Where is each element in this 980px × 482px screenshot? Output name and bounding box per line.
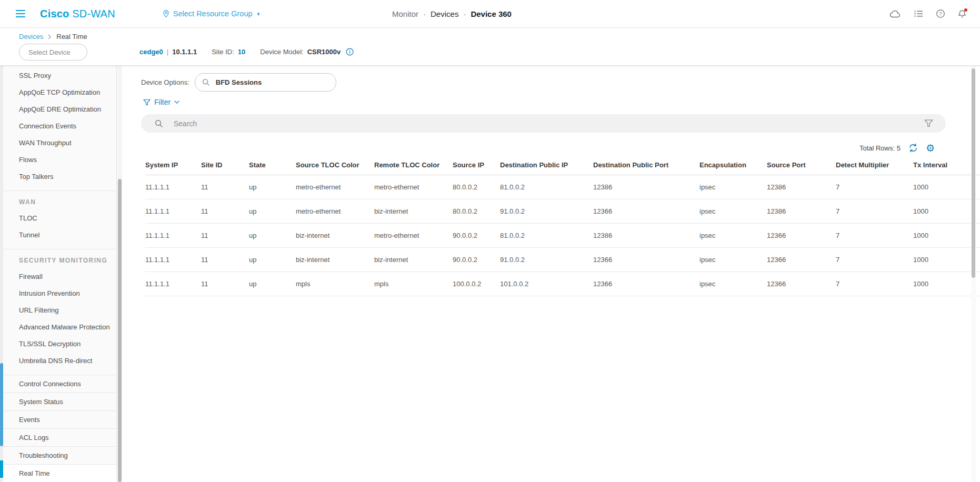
hamburger-menu-icon[interactable] (16, 10, 25, 18)
table-search-input[interactable] (173, 119, 924, 128)
cell: up (249, 199, 296, 224)
cell: ipsec (699, 272, 767, 296)
table-row[interactable]: 11.1.1.111upmplsmpls100.0.0.2101.0.0.212… (145, 272, 980, 296)
breadcrumb-item-devices[interactable]: Devices (431, 9, 458, 18)
table-row[interactable]: 11.1.1.111upmetro-ethernetbiz-internet80… (145, 199, 980, 224)
sidebar-item-wan-throughput[interactable]: WAN Throughput (0, 135, 116, 152)
breadcrumb-devices-link[interactable]: Devices (19, 33, 43, 41)
cell: up (249, 175, 296, 199)
main-content: Device Options: Filter Total Rows: 5 (123, 65, 980, 482)
device-options-combobox[interactable] (195, 73, 336, 92)
cell: biz-internet (296, 224, 374, 248)
resource-group-selector[interactable]: Select Resource Group ▼ (163, 9, 261, 18)
column-header-system-ip[interactable]: System IP (145, 158, 201, 175)
table-header-row: System IPSite IDStateSource TLOC ColorRe… (145, 158, 980, 175)
notifications-bell-icon[interactable] (958, 9, 966, 18)
sidebar-item-flows[interactable]: Flows (0, 152, 116, 168)
sidebar-section: Control ConnectionsSystem StatusEventsAC… (0, 375, 116, 482)
search-filter-icon[interactable] (924, 119, 933, 127)
column-header-state[interactable]: State (249, 158, 296, 175)
cell: 11 (201, 199, 249, 224)
settings-gear-icon[interactable]: ⚙ (926, 143, 935, 153)
column-header-remote-tloc-color[interactable]: Remote TLOC Color (374, 158, 453, 175)
page-scrollbar-thumb[interactable] (972, 68, 975, 278)
sidebar-item-system-status[interactable]: System Status (0, 393, 116, 410)
cell: 11 (201, 272, 249, 296)
site-id-value[interactable]: 10 (238, 48, 245, 56)
device-name-link[interactable]: cedge0 (139, 48, 163, 56)
sidebar-item-acl-logs[interactable]: ACL Logs (0, 428, 116, 446)
column-header-destination-public-port[interactable]: Destination Public Port (593, 158, 699, 175)
sidebar-item-ssl-proxy[interactable]: SSL Proxy (0, 67, 116, 84)
cell: 7 (836, 248, 913, 272)
location-pin-icon (163, 9, 169, 18)
cell: 7 (836, 272, 913, 296)
cell: mpls (374, 272, 453, 296)
column-header-site-id[interactable]: Site ID (201, 158, 249, 175)
sidebar-item-tls-ssl-decryption[interactable]: TLS/SSL Decryption (0, 336, 116, 353)
table-row[interactable]: 11.1.1.111upbiz-internetbiz-internet90.0… (145, 248, 980, 272)
sidebar-item-intrusion-prevention[interactable]: Intrusion Prevention (0, 285, 116, 302)
total-rows-label: Total Rows: 5 (859, 144, 901, 152)
column-header-source-port[interactable]: Source Port (767, 158, 836, 175)
cell: 90.0.0.2 (453, 248, 500, 272)
device-separator: | (167, 48, 168, 56)
select-device-input[interactable] (27, 48, 82, 57)
cell: 12366 (767, 224, 836, 248)
sidebar-item-tloc[interactable]: TLOC (0, 210, 116, 227)
column-header-source-tloc-color[interactable]: Source TLOC Color (296, 158, 374, 175)
breadcrumb-separator: · (423, 9, 426, 18)
sidebar-item-firewall[interactable]: Firewall (0, 268, 116, 285)
cell: 11 (201, 224, 249, 248)
column-header-encapsulation[interactable]: Encapsulation (699, 158, 767, 175)
column-header-detect-multiplier[interactable]: Detect Multiplier (836, 158, 913, 175)
select-device-combobox[interactable] (19, 44, 87, 61)
page-breadcrumb: Devices Real Time (19, 33, 87, 41)
sidebar-item-advanced-malware-protection[interactable]: Advanced Malware Protection (0, 319, 116, 336)
table-row[interactable]: 11.1.1.111upbiz-internetmetro-ethernet90… (145, 224, 980, 248)
brand-rest: SD-WAN (72, 8, 115, 19)
sidebar-item-umbrella-dns-re-direct[interactable]: Umbrella DNS Re-direct (0, 353, 116, 369)
column-header-source-ip[interactable]: Source IP (453, 158, 500, 175)
sidebar-section-header: SECURITY MONITORING (0, 253, 116, 268)
sidebar-item-tunnel[interactable]: Tunnel (0, 227, 116, 244)
table-search-bar[interactable] (141, 114, 946, 133)
sidebar-item-troubleshooting[interactable]: Troubleshooting (0, 446, 116, 464)
sidebar-item-connection-events[interactable]: Connection Events (0, 118, 116, 135)
sidebar-scrollbar-thumb[interactable] (118, 179, 122, 482)
sidebar-item-top-talkers[interactable]: Top Talkers (0, 168, 116, 185)
table-body: 11.1.1.111upmetro-ethernetmetro-ethernet… (145, 175, 980, 296)
breadcrumb-item-device-360[interactable]: Device 360 (471, 9, 512, 18)
device-options-input[interactable] (215, 78, 327, 87)
sidebar-item-control-connections[interactable]: Control Connections (0, 375, 116, 393)
sidebar-left-scroll-thumb[interactable] (0, 363, 3, 446)
refresh-icon[interactable] (908, 143, 918, 153)
info-icon[interactable] (346, 48, 354, 56)
sidebar-section: SSL ProxyAppQoE TCP OptimizationAppQoE D… (0, 65, 116, 187)
sidebar-section: SECURITY MONITORINGFirewallIntrusion Pre… (0, 249, 116, 371)
site-id-label: Site ID: (212, 48, 234, 56)
cell: mpls (296, 272, 374, 296)
cell: 12386 (767, 175, 836, 199)
sidebar-item-appqoe-tcp-optimization[interactable]: AppQoE TCP Optimization (0, 84, 116, 101)
cell: ipsec (699, 199, 767, 224)
breadcrumb-item-monitor[interactable]: Monitor (392, 9, 418, 18)
cell: 80.0.0.2 (453, 199, 500, 224)
column-header-destination-public-ip[interactable]: Destination Public IP (500, 158, 593, 175)
cell: 7 (836, 224, 913, 248)
cell: 100.0.0.2 (453, 272, 500, 296)
column-header-tx-interval[interactable]: Tx Interval (913, 158, 980, 175)
search-icon (155, 119, 163, 128)
cloud-icon[interactable] (888, 9, 901, 18)
sidebar-item-real-time[interactable]: Real Time (0, 464, 116, 482)
sidebar-item-events[interactable]: Events (0, 410, 116, 428)
selected-item-indicator (0, 460, 3, 478)
sidebar-item-url-filtering[interactable]: URL Filtering (0, 302, 116, 319)
help-icon[interactable]: ? (936, 9, 945, 18)
cell: 7 (836, 199, 913, 224)
filter-toggle[interactable]: Filter (143, 98, 191, 106)
sidebar-item-appqoe-dre-optimization[interactable]: AppQoE DRE Optimization (0, 101, 116, 118)
cell: 1000 (913, 224, 980, 248)
task-list-icon[interactable] (914, 10, 923, 17)
table-row[interactable]: 11.1.1.111upmetro-ethernetmetro-ethernet… (145, 175, 980, 199)
